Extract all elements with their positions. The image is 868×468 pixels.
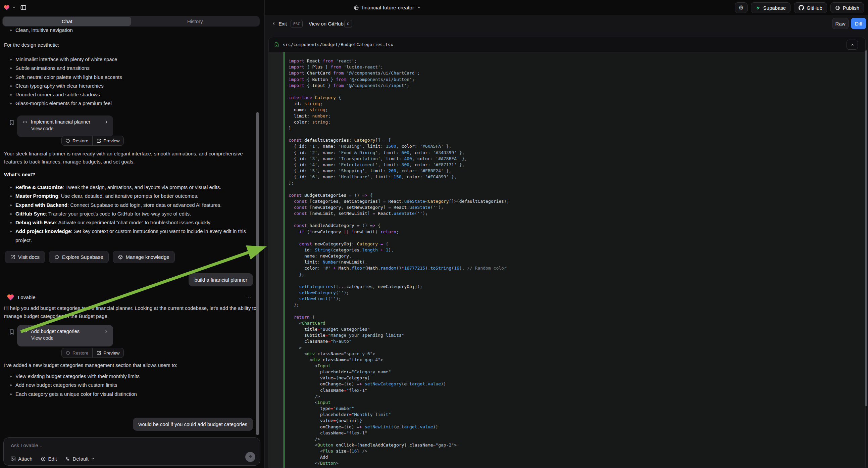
code-line: 8∨interface Category {: [269, 95, 865, 101]
version-card-add-budget-categories[interactable]: Add budget categories View code: [17, 325, 113, 347]
code-line: 68 </Button>: [269, 460, 865, 466]
workspace-menu[interactable]: [3, 0, 27, 15]
code-line: 48 className="h-auto": [269, 339, 865, 345]
chevron-down-icon: [12, 6, 16, 9]
top-bar: financial-future-creator ⚙ Supabase GitH…: [0, 0, 868, 15]
file-header[interactable]: src/components/budget/BudgetCategories.t…: [269, 37, 865, 52]
code-line: 46 title="Budget Categories": [269, 326, 865, 332]
code-line: 7: [269, 89, 865, 95]
quick-actions-row: Visit docs Explore Supabase Manage knowl…: [5, 251, 175, 263]
list-item: Master Prompting: Use clear, detailed, a…: [4, 192, 259, 200]
globe-icon: [835, 5, 840, 10]
chat-scrollbar[interactable]: [256, 112, 259, 435]
assistant-header: Lovable: [6, 293, 36, 301]
code-line: 53 placeholder="Category name": [269, 369, 865, 375]
attach-button[interactable]: Attach: [10, 456, 33, 462]
line-number-gutter: [269, 52, 283, 468]
diff-added-bar: [283, 52, 284, 468]
code-line: 13}: [269, 125, 865, 131]
explore-supabase-button[interactable]: Explore Supabase: [49, 251, 109, 263]
file-added-icon: [274, 41, 279, 48]
version-toolbar: Restore Preview: [61, 348, 124, 358]
assistant-paragraph-added: I've added a new budget categories manag…: [4, 361, 258, 369]
code-line: 37 };: [269, 272, 865, 277]
version-card-implement-financial-planner[interactable]: Implement financial planner View code: [17, 116, 113, 137]
project-switcher[interactable]: financial-future-creator: [354, 0, 421, 15]
lovable-heart-logo: [3, 4, 10, 11]
code-line: 33 id: String(categories.length + 1),: [269, 247, 865, 253]
view-code-link[interactable]: View code: [17, 334, 113, 341]
arrow-up-icon: [248, 455, 253, 459]
code-scrollbar[interactable]: [865, 50, 867, 406]
visit-docs-button[interactable]: Visit docs: [5, 251, 45, 263]
mode-select[interactable]: Default: [65, 456, 95, 462]
code-line: 16 { id: '1', name: 'Housing', limit: 15…: [269, 143, 865, 149]
code-line: 38: [269, 277, 865, 284]
assistant-name: Lovable: [18, 294, 36, 300]
code-line: 9 id: string;: [269, 101, 865, 107]
view-code-link[interactable]: View code: [17, 124, 113, 131]
bookmark-icon[interactable]: [9, 119, 15, 126]
external-link-icon: [97, 351, 101, 355]
code-line: 39 setCategories([...categories, newCate…: [269, 284, 865, 290]
code-line: 40 setNewCategory('');: [269, 290, 865, 296]
assistant-paragraph-ready: Your sleek financial planner is now read…: [4, 150, 258, 166]
list-item: Clean, intuitive navigation: [4, 26, 258, 35]
tab-chat[interactable]: Chat: [3, 17, 131, 26]
code-line: 47 subtitle="Manage your spending limits…: [269, 332, 865, 339]
send-button[interactable]: [245, 452, 255, 462]
raw-toggle-button[interactable]: Raw: [832, 18, 848, 29]
view-on-github-button[interactable]: View on GitHub: [309, 21, 344, 27]
message-menu-button[interactable]: …: [246, 293, 252, 299]
code-line: 50 <div className="space-y-6">: [269, 351, 865, 357]
diff-toggle-button[interactable]: Diff: [851, 18, 866, 29]
ask-lovable-input[interactable]: [11, 442, 212, 448]
list-item: Refine & Customize: Tweak the design, an…: [4, 183, 259, 192]
intro-bullet-list: Clean, intuitive navigation: [4, 26, 258, 35]
bookmark-icon[interactable]: [9, 328, 15, 336]
code-line: 42 };: [269, 302, 865, 308]
code-line: 1: [269, 52, 865, 58]
code-line: 31: [269, 235, 865, 241]
code-icon: [23, 120, 28, 124]
restore-button[interactable]: Restore: [62, 348, 92, 357]
code-line: 5import { Button } from '@/components/ui…: [269, 77, 865, 83]
code-line: 10 name: string;: [269, 107, 865, 113]
edit-select-button[interactable]: Edit: [40, 456, 57, 462]
collapse-file-button[interactable]: [846, 39, 858, 50]
code-line: 43: [269, 308, 865, 314]
code-line: 32∨ const newCategoryObj: Category = {: [269, 241, 865, 247]
publish-button[interactable]: Publish: [830, 2, 864, 13]
manage-knowledge-button[interactable]: Manage knowledge: [113, 251, 175, 263]
supabase-button[interactable]: Supabase: [751, 2, 791, 13]
list-item: Soft, neutral color palette with light b…: [4, 73, 258, 82]
panel-left-icon[interactable]: [20, 4, 27, 11]
list-item: Add project knowledge: Set key context o…: [4, 227, 259, 245]
settings-button[interactable]: ⚙: [735, 2, 748, 13]
design-bullet-list: Minimalist interface with plenty of whit…: [4, 55, 258, 108]
list-item: Debug with Ease: Activate our experiment…: [4, 218, 259, 227]
tab-history[interactable]: History: [131, 17, 259, 26]
chat-bubble-icon: [54, 255, 59, 260]
github-button[interactable]: GitHub: [794, 2, 827, 13]
list-item: Each category gets a unique color for vi…: [4, 390, 258, 399]
sliders-icon: [65, 456, 70, 462]
user-message-2: would be cool if you could add budget ca…: [133, 418, 253, 431]
globe-icon: [354, 5, 359, 10]
code-line: 56 className="flex-1": [269, 387, 865, 393]
code-line: 11 limit: number;: [269, 113, 865, 119]
lovable-heart-avatar: [6, 293, 15, 301]
code-line: 3import { Plus } from 'lucide-react';: [269, 64, 865, 70]
preview-button[interactable]: Preview: [93, 348, 123, 357]
package-icon: [118, 255, 123, 260]
list-item: Clean typography with clear hierarchies: [4, 82, 258, 90]
restore-button[interactable]: Restore: [62, 136, 92, 145]
back-chevron-icon[interactable]: [272, 21, 276, 26]
exit-button[interactable]: Exit: [278, 21, 287, 27]
chevron-right-icon: [104, 329, 108, 334]
code-editor: 12import React from 'react';3import { Pl…: [269, 52, 865, 468]
code-line: 45 <ChartCard: [269, 320, 865, 326]
code-line: 30 if (!newCategory || !newLimit) return…: [269, 229, 865, 235]
code-line: 41 setNewLimit('');: [269, 296, 865, 302]
preview-button[interactable]: Preview: [93, 136, 123, 145]
